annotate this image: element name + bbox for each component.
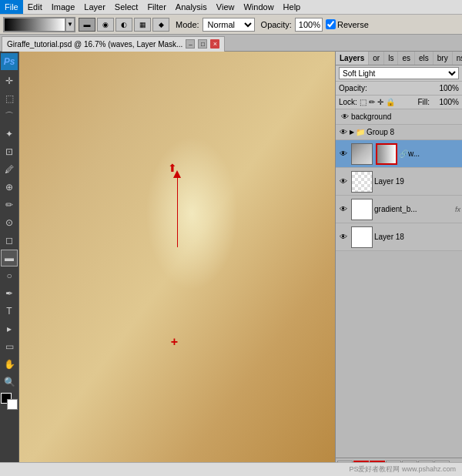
canvas-area[interactable]: + ⬆ (19, 52, 335, 476)
tool-dodge[interactable]: ○ (1, 267, 18, 284)
panel-tabs: Layers or ls es els bry ns (336, 52, 462, 65)
tab-maximize-btn[interactable]: □ (198, 39, 207, 49)
reverse-checkbox[interactable]: Reverse (326, 19, 369, 29)
gradient-angle-btn[interactable]: ◐ (116, 18, 132, 32)
lock-label: Lock: (339, 98, 357, 106)
tool-eyedropper[interactable]: 🖉 (1, 161, 18, 178)
lock-all-icon[interactable]: 🔒 (386, 98, 395, 106)
fg-bg-colors[interactable] (1, 393, 18, 410)
panel-tab-layers[interactable]: Layers (336, 52, 369, 65)
menu-analysis[interactable]: Analysis (171, 0, 212, 14)
gradient-diamond-btn[interactable]: ◆ (152, 18, 169, 32)
right-panel: Layers or ls es els bry ns Soft Light No… (335, 52, 462, 476)
tool-pen[interactable]: ✒ (1, 285, 18, 302)
group-folder-icon: 📁 (356, 128, 365, 136)
tool-lasso[interactable]: ⌒ (1, 108, 18, 125)
gradient-radial-btn[interactable]: ◉ (97, 18, 114, 32)
options-bar: ▼ ▬ ◉ ◐ ▦ ◆ Mode: Normal Dissolve Multip… (0, 15, 462, 35)
blend-mode-select[interactable]: Soft Light Normal Multiply (339, 67, 459, 79)
lock-transparent-icon[interactable]: ⬚ (360, 98, 367, 106)
tool-brush[interactable]: ✏ (1, 196, 18, 213)
fill-label: Fill: (417, 98, 430, 106)
layer-group8-visibility[interactable]: 👁 (337, 126, 350, 138)
layer-waves-mask-selected[interactable] (376, 143, 397, 165)
main-content: Ps ✛ ⬚ ⌒ ✦ ⊡ 🖉 ⊕ ✏ ⊙ ◻ ▬ ○ ✒ T ▸ ▭ ✋ 🔍 (0, 52, 462, 476)
tab-bar: Giraffe_tutorial.psd @ 16.7% (waves, Lay… (0, 35, 462, 52)
panel-tab-els[interactable]: els (415, 52, 434, 65)
menu-edit[interactable]: Edit (23, 0, 47, 14)
gradient-reflected-btn[interactable]: ▦ (134, 18, 151, 32)
panel-opacity-value[interactable]: 100% (432, 84, 459, 92)
tool-magic-wand[interactable]: ✦ (1, 126, 18, 142)
mode-select[interactable]: Normal Dissolve Multiply (203, 18, 255, 32)
menu-help[interactable]: Help (279, 0, 306, 14)
layer-19-thumb (351, 171, 373, 193)
lock-row: Lock: ⬚ ✏ ✛ 🔒 Fill: 100% (336, 96, 462, 109)
opacity-label: Opacity: (261, 20, 292, 29)
layer-waves-thumb (351, 143, 373, 165)
tool-rect-shape[interactable]: ▭ (1, 338, 18, 355)
cursor-crosshair-icon: + (171, 335, 178, 349)
tool-clone[interactable]: ⊙ (1, 214, 18, 231)
tool-zoom[interactable]: 🔍 (1, 374, 18, 391)
background-color[interactable] (7, 399, 18, 410)
layer-waves-visibility[interactable]: 👁 (337, 142, 350, 166)
tool-move[interactable]: ✛ (1, 72, 18, 89)
tool-hand[interactable]: ✋ (1, 356, 18, 373)
layer-19[interactable]: 👁 Layer 19 (336, 168, 462, 196)
tool-eraser[interactable]: ◻ (1, 232, 18, 249)
gradient-picker[interactable]: ▼ (3, 17, 75, 32)
gradient-preview[interactable] (4, 18, 65, 32)
layer-waves-link-icon[interactable]: 🔗 (399, 149, 408, 158)
menu-view[interactable]: View (212, 0, 239, 14)
tool-crop[interactable]: ⊡ (1, 143, 18, 160)
layers-container: 👁 background 👁 ▶ 📁 Group 8 👁 🔗 w... (336, 109, 462, 458)
panel-tab-ls[interactable]: ls (384, 52, 398, 65)
gradient-linear-btn[interactable]: ▬ (79, 18, 95, 32)
tool-spot-heal[interactable]: ⊕ (1, 179, 18, 196)
cursor-line (177, 178, 178, 247)
layer-background-header[interactable]: 👁 background (336, 109, 462, 125)
reverse-label: Reverse (337, 20, 369, 29)
layer-waves[interactable]: 👁 🔗 w... (336, 140, 462, 168)
layer-18[interactable]: 👁 Layer 18 (336, 223, 462, 251)
layer-background-visibility[interactable]: 👁 (339, 111, 351, 122)
menu-image[interactable]: Image (47, 0, 80, 14)
tab-minimize-btn[interactable]: – (186, 39, 195, 49)
layer-18-name: Layer 18 (374, 233, 460, 241)
tool-text[interactable]: T (1, 303, 18, 320)
cursor-move-arrows-icon: ⬆ (168, 162, 177, 174)
menu-filter[interactable]: Filter (142, 0, 170, 14)
panel-tab-es[interactable]: es (398, 52, 415, 65)
layer-gradient-b[interactable]: 👁 gradient_b... fx (336, 196, 462, 223)
reverse-check-input[interactable] (326, 19, 336, 29)
layer-19-visibility[interactable]: 👁 (337, 169, 350, 193)
gradient-dropdown-arrow[interactable]: ▼ (65, 18, 75, 32)
tab-close-btn[interactable]: × (210, 39, 219, 49)
tool-path-select[interactable]: ▸ (1, 320, 18, 337)
panel-tab-bry[interactable]: bry (434, 52, 453, 65)
menu-layer[interactable]: Layer (79, 0, 110, 14)
layer-gradientb-visibility[interactable]: 👁 (337, 197, 350, 221)
menu-window[interactable]: Window (239, 0, 278, 14)
lock-image-icon[interactable]: ✏ (369, 98, 375, 106)
fill-value[interactable]: 100% (432, 98, 459, 106)
menu-bar: File Edit Image Layer Select Filter Anal… (0, 0, 462, 15)
opacity-input[interactable] (295, 18, 323, 32)
layer-18-visibility[interactable]: 👁 (337, 225, 350, 249)
opacity-row: Opacity: 100% (336, 82, 462, 96)
lock-position-icon[interactable]: ✛ (377, 98, 383, 106)
blend-mode-row: Soft Light Normal Multiply (336, 65, 462, 82)
document-tab[interactable]: Giraffe_tutorial.psd @ 16.7% (waves, Lay… (2, 36, 225, 52)
layer-gradientb-fx-icon[interactable]: fx (455, 206, 460, 213)
group8-expand-arrow[interactable]: ▶ (350, 129, 354, 136)
panel-tab-or[interactable]: or (369, 52, 384, 65)
tool-gradient[interactable]: ▬ (1, 250, 18, 266)
gradient-cursor (173, 170, 181, 247)
layer-group8[interactable]: 👁 ▶ 📁 Group 8 (336, 125, 462, 140)
tool-rect-select[interactable]: ⬚ (1, 90, 18, 107)
layer-gradientb-name: gradient_b... (374, 205, 455, 213)
panel-tab-ns[interactable]: ns (453, 52, 462, 65)
menu-file[interactable]: File (0, 0, 23, 14)
menu-select[interactable]: Select (110, 0, 143, 14)
